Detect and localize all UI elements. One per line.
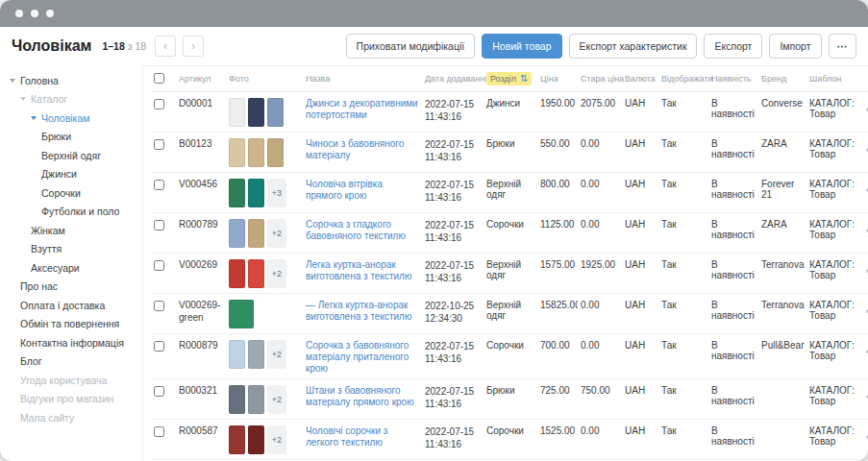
sidebar-item-0[interactable]: Головна — [2, 71, 142, 90]
product-photo-thumbnail[interactable] — [248, 219, 264, 248]
product-currency: UAH — [625, 138, 645, 149]
product-name-link[interactable]: Чоловічі сорочки з легкого текстилю — [306, 425, 419, 449]
row-checkbox[interactable] — [154, 341, 164, 352]
sorted-column-highlight[interactable]: Розділ⇅ — [486, 72, 532, 85]
more-photos-badge[interactable]: +2 — [267, 425, 286, 454]
product-photo-thumbnail[interactable] — [229, 179, 245, 207]
sidebar-item-17[interactable]: Відгуки про магазин — [2, 390, 142, 409]
sidebar-item-7[interactable]: Футболки и поло — [2, 203, 142, 222]
sidebar-item-16[interactable]: Угода користувача — [2, 371, 142, 390]
product-sku: R000879 — [179, 340, 218, 351]
sidebar-item-4[interactable]: Верхній одяг — [2, 146, 142, 165]
chevron-down-icon[interactable] — [10, 79, 15, 83]
product-photo-thumbnail[interactable] — [248, 425, 264, 454]
column-header-availability[interactable]: Наявність — [708, 66, 758, 92]
product-name-link[interactable]: Сорочка з бавовняного матеріалу притален… — [306, 340, 419, 374]
date-added: 2022-07-15 — [425, 98, 481, 110]
more-actions-button[interactable]: ⋯ — [829, 34, 857, 59]
column-header-template[interactable]: Шаблон — [806, 66, 860, 92]
product-photo-thumbnail[interactable] — [248, 98, 264, 127]
window-control-dot-2[interactable] — [31, 10, 38, 17]
product-photo-thumbnail[interactable] — [267, 138, 284, 167]
product-display: Так — [661, 340, 677, 351]
product-availability: В наявності — [711, 300, 755, 321]
sidebar-item-18[interactable]: Мапа сайту — [2, 408, 142, 427]
column-header-price[interactable]: Ціна — [537, 66, 578, 92]
product-photo-thumbnail[interactable] — [248, 259, 264, 288]
more-photos-badge[interactable]: +2 — [267, 219, 286, 248]
product-photo-thumbnail[interactable] — [229, 425, 245, 454]
sidebar-item-5[interactable]: Джинси — [2, 165, 142, 184]
sidebar-item-10[interactable]: Аксесуари — [2, 258, 142, 278]
product-name-link[interactable]: Сорочка з гладкого бавовняного текстилю — [306, 219, 419, 242]
column-header-name[interactable]: Назва — [303, 66, 422, 92]
row-checkbox[interactable] — [154, 220, 164, 230]
product-photo-thumbnail[interactable] — [229, 385, 245, 414]
import-button[interactable]: Імпорт — [769, 34, 821, 59]
window-control-dot-3[interactable] — [46, 10, 54, 17]
column-header-old_price[interactable]: Стара ціна — [578, 66, 622, 92]
product-photo-thumbnail[interactable] — [229, 138, 245, 167]
column-header-date[interactable]: Дата додавання — [422, 66, 484, 92]
next-page-button[interactable]: › — [183, 36, 204, 57]
row-checkbox[interactable] — [154, 99, 164, 109]
more-photos-badge[interactable]: +2 — [267, 385, 286, 414]
row-checkbox[interactable] — [154, 139, 164, 150]
product-photo-thumbnail[interactable] — [229, 259, 245, 288]
sidebar-item-13[interactable]: Обмін та повернення — [2, 315, 142, 334]
column-header-label: Назва — [306, 74, 330, 84]
column-header-photo[interactable]: Фото — [226, 66, 303, 92]
product-name-link[interactable]: Легка куртка-анорак виготовлена з тексти… — [306, 259, 419, 282]
hide-modifications-button[interactable]: Приховати модифікації — [346, 34, 476, 59]
select-all-checkbox[interactable] — [154, 73, 164, 84]
product-name-link[interactable]: Чиноси з бавовняного матеріалу — [306, 138, 419, 161]
product-photo-thumbnail[interactable] — [248, 340, 264, 369]
column-header-section[interactable]: Розділ⇅ — [484, 66, 537, 92]
product-photo-thumbnail[interactable] — [248, 385, 264, 414]
column-header-sku[interactable]: Артикул — [176, 66, 226, 92]
product-photo-thumbnail[interactable] — [229, 98, 245, 127]
sidebar-item-11[interactable]: Про нас — [2, 278, 142, 297]
product-name-link[interactable]: Штани з бавовняного матеріалу прямого кр… — [306, 385, 419, 408]
product-photo-thumbnail[interactable] — [248, 138, 264, 167]
sidebar-item-label: Каталог — [31, 93, 67, 105]
product-old-price: 0.00 — [581, 340, 599, 351]
row-checkbox[interactable] — [154, 386, 164, 397]
export-characteristics-button[interactable]: Експорт характеристик — [569, 34, 698, 59]
row-checkbox[interactable] — [154, 426, 164, 437]
more-photos-badge[interactable]: +3 — [267, 179, 286, 207]
sidebar-item-label: Блог — [20, 355, 42, 367]
column-header-brand[interactable]: Бренд — [758, 66, 806, 92]
prev-page-button[interactable]: ‹ — [155, 36, 176, 57]
product-name-link[interactable]: Джинси з декоративними потертостями — [306, 98, 419, 121]
sidebar-item-1[interactable]: Каталог — [2, 90, 142, 109]
window-control-dot-1[interactable] — [15, 10, 23, 17]
product-name-link[interactable]: — Легка куртка-анорак виготовлена з текс… — [306, 300, 419, 323]
product-photo-thumbnail[interactable] — [229, 300, 254, 328]
chevron-down-icon[interactable] — [20, 97, 26, 101]
column-header-currency[interactable]: Валюта — [622, 66, 658, 92]
product-photo-thumbnail[interactable] — [248, 179, 264, 207]
row-checkbox[interactable] — [154, 301, 164, 311]
export-button[interactable]: Експорт — [704, 34, 762, 59]
sidebar-item-3[interactable]: Брюки — [2, 128, 142, 147]
chevron-down-icon[interactable] — [31, 116, 37, 120]
product-photo-thumbnail[interactable] — [267, 98, 284, 127]
product-name-link[interactable]: Чоловіча вітрівка прямого крою — [306, 179, 419, 202]
sidebar-item-14[interactable]: Контактна інформація — [2, 333, 142, 352]
sort-icon[interactable]: ⇅ — [520, 74, 528, 84]
column-header-display[interactable]: Відображати — [658, 66, 708, 92]
row-checkbox[interactable] — [154, 260, 164, 271]
sidebar-item-15[interactable]: Блог — [2, 352, 142, 372]
sidebar-item-9[interactable]: Взуття — [2, 240, 142, 259]
product-photo-thumbnail[interactable] — [229, 219, 245, 248]
more-photos-badge[interactable]: +2 — [267, 340, 286, 369]
sidebar-item-8[interactable]: Жінкам — [2, 221, 142, 240]
sidebar-item-2[interactable]: Чоловікам — [2, 109, 142, 128]
more-photos-badge[interactable]: +2 — [267, 259, 286, 288]
new-product-button[interactable]: Новий товар — [482, 34, 561, 59]
product-photo-thumbnail[interactable] — [229, 340, 245, 369]
row-checkbox[interactable] — [154, 180, 164, 190]
sidebar-item-12[interactable]: Оплата і доставка — [2, 296, 142, 315]
sidebar-item-6[interactable]: Сорочки — [2, 183, 142, 203]
